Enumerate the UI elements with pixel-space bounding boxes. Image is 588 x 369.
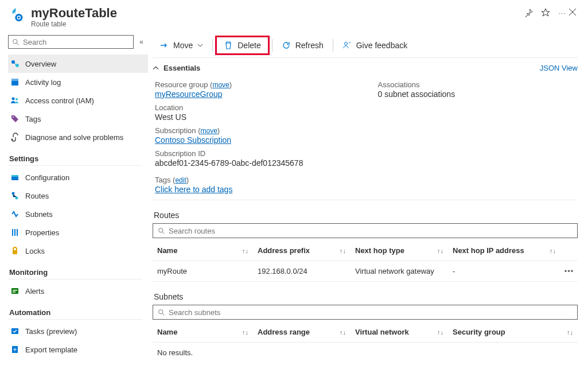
activity-log-icon bbox=[10, 77, 20, 87]
feedback-label: Give feedback bbox=[356, 41, 408, 50]
subscription-id-label: Subscription ID bbox=[155, 149, 355, 158]
routes-icon bbox=[10, 191, 20, 200]
routes-col-name[interactable]: Name↑↓ bbox=[153, 246, 253, 255]
route-name: myRoute bbox=[153, 267, 253, 275]
sidebar-item-label: Tags bbox=[25, 115, 41, 123]
resource-icon bbox=[9, 6, 26, 23]
subnets-table-header: Name↑↓ Address range↑↓ Virtual network↑↓… bbox=[153, 322, 578, 343]
alerts-icon bbox=[10, 286, 20, 296]
svg-point-26 bbox=[159, 228, 163, 232]
pin-icon[interactable] bbox=[524, 9, 533, 17]
search-icon bbox=[12, 38, 20, 46]
export-icon bbox=[10, 345, 20, 354]
routes-col-hoptype[interactable]: Next hop type↑↓ bbox=[351, 246, 448, 255]
subnets-col-sg[interactable]: Security group↑↓ bbox=[448, 328, 578, 336]
sidebar-item-label: Activity log bbox=[25, 78, 61, 87]
routes-section: Routes Name↑↓ Address prefix↑↓ Next hop … bbox=[153, 211, 578, 282]
sidebar-item-overview[interactable]: Overview bbox=[8, 55, 148, 73]
chevron-up-icon bbox=[153, 65, 159, 71]
sidebar-item-label: Diagnose and solve problems bbox=[25, 133, 123, 142]
svg-point-2 bbox=[18, 17, 20, 19]
routes-col-prefix[interactable]: Address prefix↑↓ bbox=[253, 246, 351, 255]
svg-point-3 bbox=[13, 39, 17, 43]
svg-rect-22 bbox=[13, 292, 15, 293]
sidebar-item-tags[interactable]: Tags bbox=[8, 110, 148, 128]
subnets-title: Subnets bbox=[153, 292, 578, 301]
sidebar-search-input[interactable] bbox=[23, 38, 130, 46]
subnets-section: Subnets Name↑↓ Address range↑↓ Virtual n… bbox=[153, 292, 578, 363]
routes-table-header: Name↑↓ Address prefix↑↓ Next hop type↑↓ … bbox=[153, 240, 578, 261]
close-button[interactable] bbox=[566, 6, 579, 21]
svg-point-9 bbox=[15, 98, 18, 100]
associations-label: Associations bbox=[378, 80, 578, 89]
row-more-button[interactable]: ••• bbox=[560, 267, 578, 275]
delete-button[interactable]: Delete bbox=[215, 36, 269, 55]
favorite-icon[interactable] bbox=[541, 8, 550, 17]
essentials-title: Essentials bbox=[163, 64, 200, 72]
sidebar-item-label: Routes bbox=[25, 192, 49, 200]
move-icon bbox=[159, 41, 169, 50]
sidebar-item-subnets[interactable]: Subnets bbox=[8, 205, 148, 223]
svg-rect-20 bbox=[11, 288, 18, 294]
collapse-sidebar-button[interactable]: « bbox=[139, 38, 143, 46]
svg-rect-21 bbox=[13, 290, 17, 291]
more-icon[interactable]: ··· bbox=[558, 9, 566, 17]
locks-icon bbox=[10, 246, 20, 255]
subnets-col-name[interactable]: Name↑↓ bbox=[153, 328, 253, 336]
main-content: Move Delete Refresh Give feedback bbox=[148, 33, 588, 369]
location-label: Location bbox=[155, 103, 355, 112]
subnets-col-vnet[interactable]: Virtual network↑↓ bbox=[351, 328, 448, 336]
location-value: West US bbox=[155, 112, 355, 122]
essentials-header[interactable]: Essentials JSON View bbox=[153, 64, 578, 72]
move-button[interactable]: Move bbox=[153, 37, 210, 53]
properties-icon bbox=[10, 228, 20, 237]
config-icon bbox=[10, 173, 20, 182]
sidebar-item-routes[interactable]: Routes bbox=[8, 187, 148, 205]
subnets-col-range[interactable]: Address range↑↓ bbox=[253, 328, 351, 336]
svg-point-8 bbox=[12, 98, 15, 100]
routes-col-hopip[interactable]: Next hop IP address↑↓ bbox=[448, 246, 560, 255]
subnets-search[interactable] bbox=[153, 305, 578, 320]
sidebar-item-label: Overview bbox=[25, 60, 56, 68]
svg-point-5 bbox=[15, 64, 19, 67]
routes-search[interactable] bbox=[153, 223, 578, 238]
subscription-value[interactable]: Contoso Subscription bbox=[155, 135, 231, 145]
tags-icon bbox=[10, 114, 20, 123]
table-row[interactable]: myRoute 192.168.0.0/24 Virtual network g… bbox=[153, 261, 578, 282]
sidebar-item-alerts[interactable]: Alerts bbox=[8, 282, 148, 300]
sidebar-item-configuration[interactable]: Configuration bbox=[8, 168, 148, 187]
sidebar-item-label: Subnets bbox=[25, 210, 53, 219]
associations-value: 0 subnet associations bbox=[378, 90, 578, 99]
search-icon bbox=[158, 227, 165, 235]
resource-group-move-link[interactable]: move bbox=[212, 81, 229, 89]
sidebar-search[interactable] bbox=[8, 35, 134, 49]
feedback-button[interactable]: Give feedback bbox=[336, 37, 415, 53]
refresh-button[interactable]: Refresh bbox=[275, 37, 330, 53]
sidebar-item-locks[interactable]: Locks bbox=[8, 242, 148, 260]
route-hoptype: Virtual network gateway bbox=[351, 267, 448, 275]
diagnose-icon bbox=[10, 133, 20, 142]
sidebar-item-export-template[interactable]: Export template bbox=[8, 340, 148, 359]
subnets-search-input[interactable] bbox=[169, 308, 573, 317]
sidebar-item-diagnose[interactable]: Diagnose and solve problems bbox=[8, 128, 148, 146]
refresh-icon bbox=[282, 41, 291, 50]
subscription-move-link[interactable]: move bbox=[201, 127, 217, 135]
sidebar-item-properties[interactable]: Properties bbox=[8, 223, 148, 242]
routes-search-input[interactable] bbox=[169, 227, 573, 235]
sidebar-item-label: Locks bbox=[25, 247, 45, 255]
sidebar-item-activity-log[interactable]: Activity log bbox=[8, 73, 148, 91]
refresh-label: Refresh bbox=[295, 41, 324, 50]
json-view-link[interactable]: JSON View bbox=[540, 64, 578, 72]
overview-icon bbox=[10, 59, 20, 68]
tags-value[interactable]: Click here to add tags bbox=[155, 185, 232, 194]
svg-point-10 bbox=[13, 116, 14, 118]
svg-rect-17 bbox=[14, 229, 15, 236]
sidebar-item-label: Alerts bbox=[25, 287, 44, 296]
svg-point-14 bbox=[12, 192, 15, 195]
tags-edit-link[interactable]: edit bbox=[175, 176, 186, 184]
sidebar-item-access-control[interactable]: Access control (IAM) bbox=[8, 91, 148, 110]
sidebar-item-tasks[interactable]: Tasks (preview) bbox=[8, 322, 148, 340]
sidebar-group-monitoring: Monitoring bbox=[9, 268, 148, 277]
resource-group-value[interactable]: myResourceGroup bbox=[155, 90, 223, 99]
svg-point-27 bbox=[159, 309, 163, 313]
